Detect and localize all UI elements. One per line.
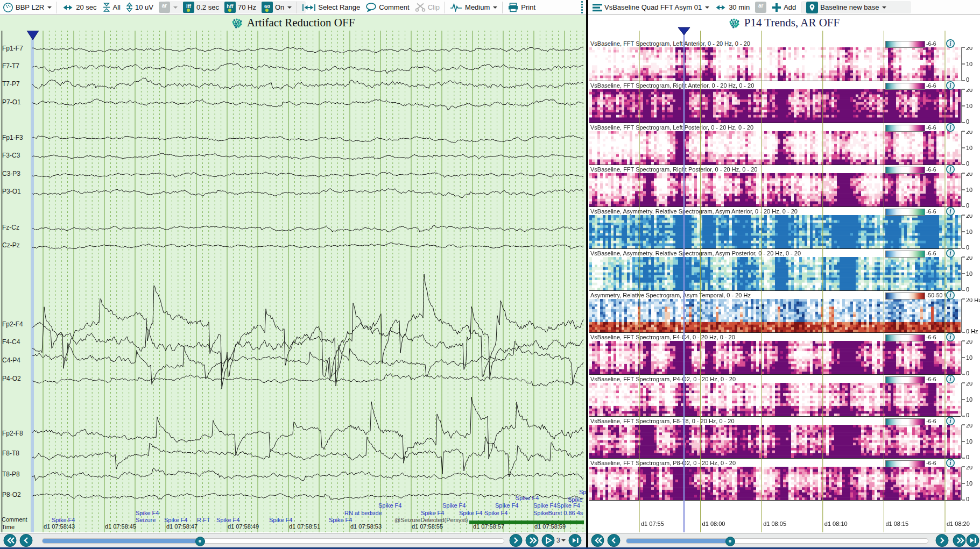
separator: [801, 2, 801, 13]
print-button[interactable]: Print: [507, 3, 535, 12]
trends-panel-title: P14 Trends, AR OFF: [744, 16, 840, 30]
info-icon[interactable]: i: [946, 123, 955, 132]
sensitivity-control[interactable]: 10 uV: [126, 2, 153, 12]
info-icon[interactable]: i: [946, 290, 955, 300]
svg-text:10: 10: [966, 145, 972, 151]
frequency-axis: 20100: [961, 47, 980, 83]
hff-badge[interactable]: hff: [224, 2, 236, 13]
page-back-button[interactable]: [19, 534, 33, 547]
high-frequency-filter[interactable]: hff 70 Hz: [224, 2, 256, 13]
trend-go-to-end-button[interactable]: [966, 534, 979, 547]
baseline-selector[interactable]: Baseline new base: [806, 2, 886, 13]
clip-button-disabled: Clip: [415, 3, 440, 12]
color-scale-bar: [885, 125, 925, 132]
sweep-speed-selector[interactable]: Medium: [450, 3, 497, 12]
select-range-label: Select Range: [318, 3, 360, 11]
go-to-end-button[interactable]: [568, 534, 582, 547]
svg-text:0: 0: [966, 496, 969, 502]
eeg-waveform-area[interactable]: [0, 31, 586, 532]
notch-filter[interactable]: 60 On: [262, 2, 292, 13]
trend-row: VsBaseline, FFT Spectrogram, F4-C4, 0 - …: [588, 334, 980, 376]
svg-text:10: 10: [966, 103, 972, 109]
filter-on-indicator: [228, 9, 231, 12]
trend-preset-selector[interactable]: VsBaseline Quad FFT Asym 01: [593, 3, 709, 12]
eeg-panel-title-bar: Artifact Reduction OFF: [0, 15, 586, 31]
trend-row: VsBaseline, FFT Spectrogram, Right Poste…: [588, 166, 980, 208]
add-trend-button[interactable]: Add: [772, 3, 796, 12]
baseline-label: Baseline new base: [820, 3, 879, 11]
trends-area[interactable]: VsBaseline, FFT Spectrogram, Left Anteri…: [588, 31, 980, 532]
page-forward-button[interactable]: [509, 534, 523, 547]
info-icon[interactable]: i: [946, 81, 955, 90]
ar-button[interactable]: ar: [159, 2, 170, 13]
comment-button[interactable]: Comment: [365, 3, 409, 12]
head-icon: [3, 2, 13, 13]
chevron-down-icon: [705, 6, 709, 11]
trend-row-label: VsBaseline, FFT Spectrogram, F8-T8, 0 - …: [590, 418, 735, 424]
lff-badge[interactable]: lff: [183, 2, 194, 13]
svg-text:10: 10: [966, 270, 972, 277]
info-icon[interactable]: i: [946, 332, 955, 342]
chevron-down-icon: [561, 539, 566, 544]
select-range-button[interactable]: Select Range: [302, 3, 360, 11]
page-back-fast-button[interactable]: [3, 534, 17, 547]
color-scale-bar: [885, 209, 925, 216]
notch-badge[interactable]: 60: [262, 2, 273, 13]
ar-button[interactable]: ar: [755, 2, 766, 13]
channel-display-control[interactable]: All: [102, 2, 121, 12]
timebase-label: 20 sec: [76, 3, 96, 11]
trend-back-button[interactable]: [607, 534, 621, 547]
info-icon[interactable]: i: [946, 416, 955, 426]
autoplay-button[interactable]: [541, 534, 555, 547]
trend-forward-fast-button[interactable]: [953, 534, 966, 547]
info-icon[interactable]: i: [946, 458, 955, 468]
trend-timebase-label: 30 min: [729, 3, 750, 11]
svg-text:10: 10: [966, 438, 972, 445]
trend-row: VsBaseline, FFT Spectrogram, Left Anteri…: [588, 40, 980, 82]
montage-selector[interactable]: BBP L2R: [3, 2, 52, 13]
chevron-down-icon: [882, 6, 886, 11]
toolbar-overflow-dots[interactable]: [581, 1, 583, 13]
eeg-position-slider[interactable]: [42, 538, 504, 544]
trend-position-slider-fill: [626, 539, 730, 543]
horizontal-arrows-icon: [715, 4, 727, 11]
info-icon[interactable]: i: [946, 39, 955, 48]
timebase-control[interactable]: 20 sec: [62, 3, 96, 11]
trend-position-slider-thumb[interactable]: [725, 537, 735, 546]
spectrogram-canvas: [589, 173, 961, 207]
trend-forward-button[interactable]: [935, 534, 949, 547]
sensitivity-label: 10 uV: [135, 3, 153, 11]
trend-row: VsBaseline, Asymmetry, Relative Spectrog…: [588, 250, 980, 292]
trend-timebase-control[interactable]: 30 min: [715, 3, 750, 11]
spectrogram-canvas: [589, 299, 961, 333]
trend-timestamp: d1 08:15: [885, 521, 908, 527]
trend-row-label: VsBaseline, FFT Spectrogram, P8-O2, 0 - …: [590, 460, 736, 466]
add-label: Add: [784, 3, 796, 11]
info-icon[interactable]: i: [946, 165, 955, 174]
low-frequency-filter[interactable]: lff 0.2 sec: [183, 2, 219, 13]
spectrogram-canvas: [589, 257, 961, 291]
trend-row-label: VsBaseline, Asymmetry, Relative Spectrog…: [590, 250, 801, 256]
trend-timestamp: d1 08:05: [763, 521, 786, 527]
trend-row: VsBaseline, FFT Spectrogram, Right Anter…: [588, 82, 980, 124]
color-scale-bar: [885, 334, 925, 341]
spectrogram-canvas: [589, 89, 961, 123]
preset-label: VsBaseline Quad FFT Asym 01: [604, 3, 702, 11]
info-icon[interactable]: i: [946, 248, 955, 258]
frequency-axis: 20100: [961, 215, 980, 251]
trend-position-slider[interactable]: [626, 538, 928, 544]
baseline-pin-button[interactable]: [806, 2, 818, 13]
eeg-position-slider-thumb[interactable]: [195, 537, 205, 546]
info-icon[interactable]: i: [946, 374, 955, 384]
page-step-selector[interactable]: 3: [556, 537, 566, 544]
trend-artifact-reduction-toggle[interactable]: ar: [755, 2, 766, 13]
spectrogram-canvas: [589, 425, 961, 459]
page-forward-fast-button[interactable]: [525, 534, 539, 547]
svg-text:10: 10: [966, 480, 972, 487]
info-icon[interactable]: i: [946, 206, 955, 216]
trend-back-fast-button[interactable]: [591, 534, 604, 547]
artifact-reduction-toggle[interactable]: ar: [159, 2, 178, 13]
chevron-down-icon: [493, 6, 497, 11]
trend-cursor-marker[interactable]: [678, 27, 690, 35]
clip-label: Clip: [428, 3, 440, 11]
